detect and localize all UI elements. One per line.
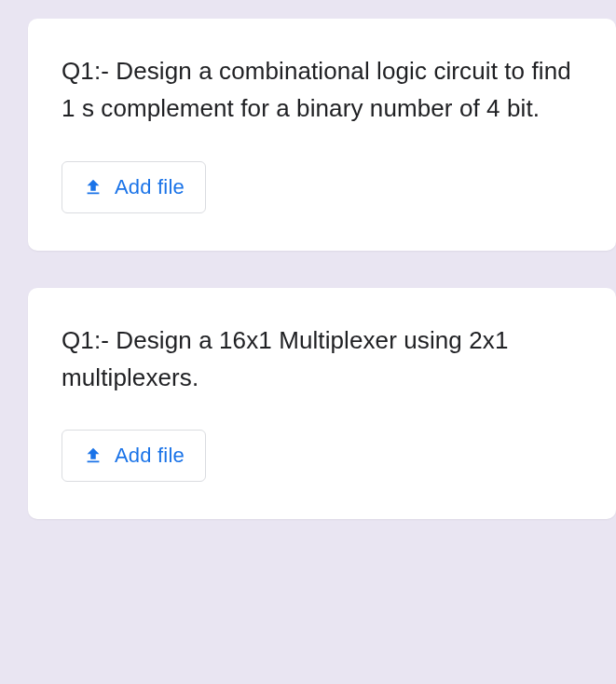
add-file-label: Add file bbox=[115, 175, 185, 199]
add-file-button[interactable]: Add file bbox=[62, 161, 206, 213]
add-file-label: Add file bbox=[115, 444, 185, 468]
upload-icon bbox=[83, 177, 103, 198]
question-text: Q1:- Design a combinational logic circui… bbox=[62, 52, 582, 128]
question-text: Q1:- Design a 16x1 Multiplexer using 2x1… bbox=[62, 321, 582, 397]
add-file-button[interactable]: Add file bbox=[62, 430, 206, 482]
question-card: Q1:- Design a combinational logic circui… bbox=[28, 19, 616, 251]
question-card: Q1:- Design a 16x1 Multiplexer using 2x1… bbox=[28, 288, 616, 520]
upload-icon bbox=[83, 445, 103, 466]
